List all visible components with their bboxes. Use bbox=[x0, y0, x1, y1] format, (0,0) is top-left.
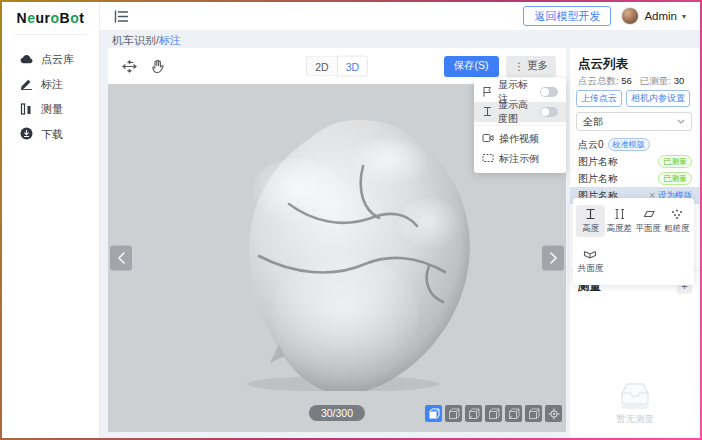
panel-title: 点云列表 bbox=[578, 56, 628, 73]
chevron-down-icon: ▾ bbox=[682, 12, 686, 21]
logo-part: N bbox=[17, 10, 28, 26]
more-button[interactable]: ⋮ 更多 bbox=[506, 56, 557, 77]
topbar: 返回模型开发 Admin ▾ bbox=[100, 2, 700, 30]
list-item-image[interactable]: 图片名称 已测量 bbox=[570, 153, 700, 170]
prev-image-button[interactable] bbox=[110, 246, 132, 271]
sidebar: NeuroBot 点云库 标注 测量 bbox=[2, 2, 100, 438]
menu-item-tutorial-video[interactable]: 操作视频 bbox=[474, 129, 566, 149]
menu-item-label: 操作视频 bbox=[499, 132, 539, 146]
height-gauge-icon bbox=[482, 106, 493, 119]
tools-grid: 高度 高度差 平面度 粗糙度 共面度 bbox=[576, 205, 691, 277]
view-cube-top-button[interactable] bbox=[505, 405, 522, 422]
sidebar-item-measure[interactable]: 测量 bbox=[2, 97, 99, 122]
measured-badge: 已测量 bbox=[658, 155, 692, 168]
show-heightmap-toggle[interactable] bbox=[540, 107, 558, 117]
item-name: 点云0 bbox=[578, 138, 604, 152]
flag-icon bbox=[482, 86, 493, 99]
collapse-menu-icon[interactable] bbox=[114, 10, 128, 23]
tool-coplanarity[interactable]: 共面度 bbox=[576, 245, 605, 277]
panel-buttons: 上传点云 相机内参设置 bbox=[576, 90, 696, 107]
menu-item-label: 显示高度图 bbox=[498, 98, 535, 126]
window-frame: NeuroBot 点云库 标注 测量 bbox=[0, 0, 702, 440]
pointcloud-panel: 点云列表 点云总数: 56 已测量: 30 上传点云 相机内参设置 全部 点云0… bbox=[570, 48, 700, 438]
view-mode-switch: 2D 3D bbox=[306, 56, 368, 77]
list-item-pointcloud0[interactable]: 点云0 校准模版 bbox=[570, 136, 700, 153]
view-3d-button[interactable]: 3D bbox=[337, 56, 368, 77]
empty-state: 暂无测量 bbox=[570, 379, 700, 426]
height-diff-tool-icon bbox=[613, 208, 626, 220]
canvas-toolbar-right: 保存(S) ⋮ 更多 bbox=[444, 56, 557, 77]
empty-box-icon bbox=[615, 379, 655, 411]
more-label: 更多 bbox=[527, 59, 548, 73]
tool-label: 共面度 bbox=[578, 263, 604, 275]
stat-total-label: 点云总数: bbox=[578, 75, 619, 86]
measure-icon bbox=[20, 103, 33, 117]
stat-measured-label: 已测量: bbox=[640, 75, 671, 86]
pen-icon bbox=[20, 78, 33, 92]
tool-roughness[interactable]: 粗糙度 bbox=[662, 205, 691, 237]
avatar bbox=[621, 7, 639, 25]
topbar-right: 返回模型开发 Admin ▾ bbox=[523, 6, 686, 26]
logo-part: B bbox=[60, 10, 71, 26]
tool-flatness[interactable]: 平面度 bbox=[634, 205, 663, 237]
sidebar-item-pointcloud-library[interactable]: 点云库 bbox=[2, 47, 99, 72]
logo-part: ur bbox=[36, 10, 51, 26]
menu-item-annotation-example[interactable]: 标注示例 bbox=[474, 149, 566, 169]
back-to-model-dev-button[interactable]: 返回模型开发 bbox=[523, 6, 611, 26]
show-annotation-toggle[interactable] bbox=[540, 87, 558, 97]
video-camera-icon bbox=[482, 133, 494, 145]
upload-pointcloud-button[interactable]: 上传点云 bbox=[576, 90, 622, 107]
roughness-tool-icon bbox=[670, 208, 683, 220]
tool-label: 粗糙度 bbox=[664, 223, 690, 235]
measure-tools-popup: 高度 高度差 平面度 粗糙度 共面度 bbox=[573, 198, 694, 285]
breadcrumb-current: 标注 bbox=[159, 34, 181, 46]
dashed-frame-icon bbox=[482, 153, 494, 165]
next-image-button[interactable] bbox=[542, 246, 564, 271]
image-pager: 30/300 bbox=[309, 405, 365, 421]
item-name: 图片名称 bbox=[578, 172, 618, 186]
item-name: 图片名称 bbox=[578, 155, 618, 169]
breadcrumb: 机车识别/标注 bbox=[112, 33, 181, 48]
panel-stats: 点云总数: 56 已测量: 30 bbox=[578, 75, 696, 88]
list-item-image[interactable]: 图片名称 已测量 bbox=[570, 170, 700, 187]
stat-measured-value: 30 bbox=[674, 75, 685, 86]
tool-label: 高度差 bbox=[606, 223, 632, 235]
filter-value: 全部 bbox=[583, 115, 603, 129]
logo-part: t bbox=[79, 10, 84, 26]
tool-label: 平面度 bbox=[635, 223, 661, 235]
hand-grab-icon[interactable] bbox=[146, 55, 168, 77]
height-tool-icon bbox=[584, 208, 597, 220]
user-menu[interactable]: Admin ▾ bbox=[621, 7, 686, 25]
filter-select[interactable]: 全部 bbox=[576, 112, 692, 131]
download-icon bbox=[20, 127, 33, 142]
menu-item-label: 标注示例 bbox=[499, 152, 539, 166]
camera-params-button[interactable]: 相机内参设置 bbox=[626, 90, 690, 107]
view-reset-center-button[interactable] bbox=[545, 405, 562, 422]
coplanarity-tool-icon bbox=[583, 248, 597, 260]
stat-total-value: 56 bbox=[621, 75, 632, 86]
breadcrumb-parent[interactable]: 机车识别 bbox=[112, 34, 156, 46]
username: Admin bbox=[644, 10, 677, 22]
sidebar-item-download[interactable]: 下载 bbox=[2, 122, 99, 147]
view-cube-left-button[interactable] bbox=[465, 405, 482, 422]
save-button[interactable]: 保存(S) bbox=[444, 56, 499, 77]
menu-item-show-heightmap[interactable]: 显示高度图 bbox=[474, 102, 566, 122]
sidebar-item-annotate[interactable]: 标注 bbox=[2, 72, 99, 97]
chevron-down-icon bbox=[677, 119, 685, 124]
view-cube-bottom-button[interactable] bbox=[525, 405, 542, 422]
tool-height[interactable]: 高度 bbox=[576, 205, 605, 237]
view-cube-right-button[interactable] bbox=[485, 405, 502, 422]
measured-badge: 已测量 bbox=[658, 172, 692, 185]
pan-move-icon[interactable] bbox=[118, 55, 140, 77]
tool-height-diff[interactable]: 高度差 bbox=[605, 205, 634, 237]
view-2d-button[interactable]: 2D bbox=[306, 56, 337, 77]
logo-gear-letter: o bbox=[51, 10, 60, 26]
sidebar-divider bbox=[14, 34, 87, 35]
tooth-3d-model bbox=[193, 106, 483, 391]
sidebar-item-label: 测量 bbox=[41, 102, 63, 117]
view-cube-front-button[interactable] bbox=[425, 405, 442, 422]
sidebar-item-label: 标注 bbox=[41, 77, 63, 92]
more-dropdown-menu: 显示标注 显示高度图 操作视频 标注示例 bbox=[474, 78, 566, 173]
view-cube-back-button[interactable] bbox=[445, 405, 462, 422]
sidebar-nav: 点云库 标注 测量 下载 bbox=[2, 47, 99, 147]
